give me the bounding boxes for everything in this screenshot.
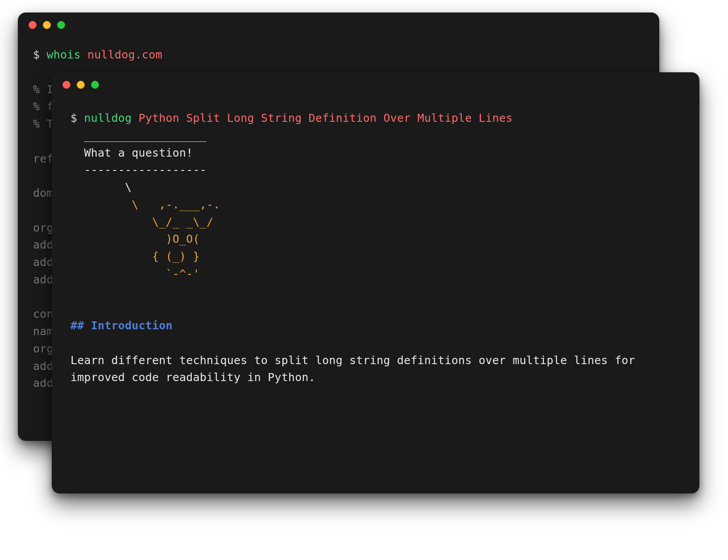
maximize-icon[interactable] <box>57 21 65 29</box>
ascii-bubble-top: __________________ <box>70 129 207 142</box>
command-arg: Python Split Long String Definition Over… <box>132 112 513 124</box>
ascii-dog-line: \_/_ _\_/ <box>70 216 213 228</box>
command-name: whois <box>47 48 81 61</box>
titlebar-back <box>18 12 659 37</box>
close-icon[interactable] <box>29 21 37 29</box>
minimize-icon[interactable] <box>77 81 85 89</box>
close-icon[interactable] <box>62 81 70 89</box>
command-arg: nulldog.com <box>81 48 162 61</box>
ascii-dog-line: { (_) } <box>70 250 200 263</box>
section-body: Learn different techniques to split long… <box>70 354 642 384</box>
stage: $ whois nulldog.com % IANA WHOIS server … <box>0 0 728 560</box>
command-name: nulldog <box>84 112 132 124</box>
ascii-dog-line: \ ,-.___,-. <box>70 198 220 211</box>
ascii-dog-line: `-^-' <box>70 267 200 280</box>
section-heading: ## Introduction <box>70 319 173 332</box>
ascii-dog-line: )O_O( <box>70 232 200 245</box>
maximize-icon[interactable] <box>91 81 99 89</box>
ascii-dog-line: \ <box>70 181 132 194</box>
prompt-symbol: $ <box>70 112 84 124</box>
prompt-symbol: $ <box>33 48 47 61</box>
ascii-bubble-bot: ------------------ <box>70 163 207 176</box>
titlebar-front <box>52 72 699 97</box>
terminal-window-front: $ nulldog Python Split Long String Defin… <box>52 72 699 494</box>
ascii-bubble-msg: What a question! <box>70 146 193 159</box>
terminal-content-front: $ nulldog Python Split Long String Defin… <box>52 97 699 386</box>
minimize-icon[interactable] <box>43 21 51 29</box>
